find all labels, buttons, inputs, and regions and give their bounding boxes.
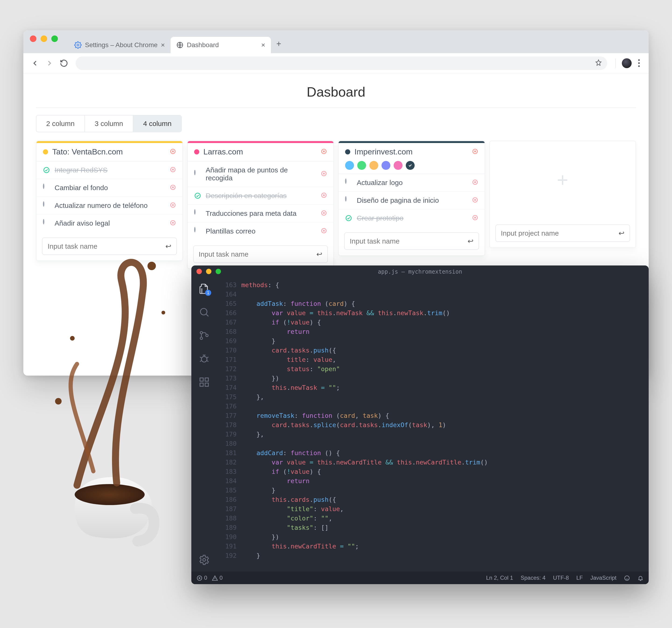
color-swatch-selected[interactable] [406, 161, 415, 170]
bell-icon[interactable] [638, 575, 644, 581]
svg-point-27 [206, 334, 208, 337]
activity-bar: 1 [191, 278, 217, 572]
code-area[interactable]: 163 164 165 166 167 168 169 170 171 172 … [217, 278, 649, 572]
minimize-window-button[interactable] [206, 269, 211, 274]
add-task-input[interactable]: ↩ [42, 238, 177, 255]
delete-card-icon[interactable] [170, 148, 176, 155]
source-control-icon[interactable] [198, 329, 211, 342]
segment-4col[interactable]: 4 column [133, 116, 181, 132]
delete-task-icon[interactable] [472, 179, 478, 186]
files-badge: 1 [205, 290, 211, 296]
divider [36, 107, 636, 108]
close-window-button[interactable] [196, 269, 202, 274]
color-swatch[interactable] [345, 161, 354, 170]
project-name-field[interactable] [501, 229, 619, 237]
errors-count[interactable]: 0 [196, 575, 207, 581]
delete-card-icon[interactable] [321, 148, 327, 155]
task-label: Actualizar numero de teléfono [55, 201, 165, 210]
status-bar: 0 0 Ln 2, Col 1 Spaces: 4 UTF-8 LF JavaS… [191, 572, 649, 584]
task-status-done-icon[interactable] [194, 192, 201, 199]
task-name-field[interactable] [350, 237, 467, 245]
forward-button[interactable] [44, 58, 55, 68]
color-swatch[interactable] [393, 161, 403, 170]
task-status-open-icon[interactable] [345, 197, 352, 204]
encoding[interactable]: UTF-8 [553, 575, 569, 581]
delete-task-icon[interactable] [170, 184, 176, 191]
color-swatch[interactable] [357, 161, 366, 170]
code-text[interactable]: methods: { addTask: function (card) { va… [241, 278, 649, 572]
svg-point-19 [75, 484, 145, 505]
maximize-window-button[interactable] [216, 269, 221, 274]
delete-task-icon[interactable] [472, 197, 478, 204]
page-title: Dasboard [36, 84, 636, 100]
tab-dashboard[interactable]: Dashboard × [171, 37, 271, 53]
card-title: Tato: VentaBcn.com [52, 147, 166, 156]
delete-task-icon[interactable] [321, 171, 327, 177]
reload-button[interactable] [59, 58, 69, 68]
segment-3col[interactable]: 3 column [85, 116, 134, 132]
extensions-icon[interactable] [198, 376, 211, 389]
empty-project-card: ↩ [489, 141, 636, 248]
svg-point-0 [77, 44, 79, 46]
task-status-open-icon[interactable] [194, 171, 201, 177]
svg-rect-30 [200, 383, 203, 386]
browser-tabstrip: Settings – About Chrome × Dashboard × + [23, 30, 649, 53]
svg-rect-32 [205, 378, 208, 381]
delete-card-icon[interactable] [472, 148, 478, 155]
task-status-open-icon[interactable] [345, 179, 352, 186]
delete-task-icon[interactable] [170, 167, 176, 174]
delete-task-icon[interactable] [472, 215, 478, 222]
add-project-icon[interactable] [490, 141, 636, 219]
task-row: Descripción en categorías [188, 187, 334, 205]
maximize-window-button[interactable] [51, 35, 58, 42]
task-name-field[interactable] [48, 242, 165, 250]
task-status-open-icon[interactable] [194, 210, 201, 217]
svg-point-24 [200, 308, 207, 315]
close-tab-icon[interactable]: × [161, 42, 165, 49]
tab-settings[interactable]: Settings – About Chrome × [69, 37, 171, 53]
color-swatch[interactable] [369, 161, 378, 170]
explorer-icon[interactable]: 1 [198, 282, 211, 295]
add-task-input[interactable]: ↩ [344, 232, 479, 250]
close-window-button[interactable] [30, 35, 37, 42]
settings-gear-icon[interactable] [198, 553, 211, 566]
task-status-open-icon[interactable] [43, 220, 50, 227]
delete-task-icon[interactable] [321, 210, 327, 217]
bookmark-star-icon[interactable] [595, 59, 602, 67]
cursor-position[interactable]: Ln 2, Col 1 [486, 575, 513, 581]
close-tab-icon[interactable]: × [261, 42, 265, 49]
language-mode[interactable]: JavaScript [590, 575, 617, 581]
task-status-open-icon[interactable] [43, 202, 50, 209]
task-row: Crear prototipo [339, 210, 485, 227]
task-name-field[interactable] [199, 250, 317, 258]
debug-icon[interactable] [198, 352, 211, 365]
address-bar[interactable] [76, 56, 607, 70]
minimize-window-button[interactable] [41, 35, 47, 42]
delete-task-icon[interactable] [170, 202, 176, 209]
task-status-done-icon[interactable] [345, 215, 352, 222]
task-status-done-icon[interactable] [43, 167, 50, 174]
task-row: Cambiar el fondo [37, 179, 183, 197]
task-status-open-icon[interactable] [194, 228, 201, 235]
eol[interactable]: LF [576, 575, 583, 581]
color-dot [43, 149, 48, 154]
indent-setting[interactable]: Spaces: 4 [521, 575, 546, 581]
delete-task-icon[interactable] [321, 228, 327, 235]
task-status-open-icon[interactable] [43, 184, 50, 191]
delete-task-icon[interactable] [170, 220, 176, 227]
window-controls [30, 35, 58, 42]
add-task-input[interactable]: ↩ [193, 245, 328, 263]
back-button[interactable] [30, 58, 40, 68]
project-card: Tato: VentaBcn.com Integrar RedSYSCambia… [36, 141, 183, 261]
segment-2col[interactable]: 2 column [37, 116, 85, 132]
warnings-count[interactable]: 0 [212, 575, 223, 581]
delete-task-icon[interactable] [321, 192, 327, 199]
search-icon[interactable] [198, 306, 211, 319]
profile-avatar[interactable] [622, 58, 632, 68]
add-project-input[interactable]: ↩ [495, 224, 630, 242]
new-tab-button[interactable]: + [273, 38, 284, 49]
svg-point-28 [201, 357, 207, 362]
menu-button[interactable] [636, 58, 642, 68]
feedback-icon[interactable] [624, 575, 630, 581]
color-swatch[interactable] [382, 161, 390, 170]
